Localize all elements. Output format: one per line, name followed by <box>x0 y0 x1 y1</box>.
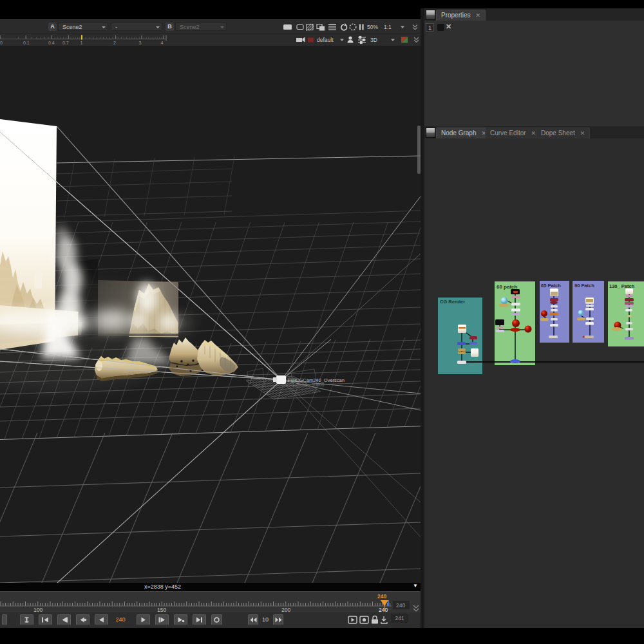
svg-text:0: 0 <box>0 41 3 45</box>
svg-text:default: default <box>317 37 334 43</box>
svg-text:0.4: 0.4 <box>48 41 55 45</box>
svg-text:65 Patch: 65 Patch <box>541 283 561 289</box>
svg-text:CG Render: CG Render <box>440 299 465 305</box>
svg-text:130_ Patch: 130_ Patch <box>609 283 635 289</box>
svg-text:3: 3 <box>139 41 142 45</box>
svg-text:2: 2 <box>113 41 116 45</box>
svg-text:90 Patch: 90 Patch <box>574 283 594 289</box>
svg-text:10600: 10600 <box>312 383 325 387</box>
svg-text:1:1: 1:1 <box>384 24 392 30</box>
svg-text:4: 4 <box>161 41 164 45</box>
svg-text:0.7: 0.7 <box>62 41 69 45</box>
svg-text:3D: 3D <box>370 37 377 43</box>
svg-text:240: 240 <box>396 602 405 609</box>
svg-text:1: 1 <box>80 41 83 45</box>
svg-text:50%: 50% <box>367 24 378 30</box>
svg-text:60 patch: 60 patch <box>497 284 518 290</box>
svg-text:0.1: 0.1 <box>23 41 30 45</box>
svg-text:240: 240 <box>377 593 386 600</box>
